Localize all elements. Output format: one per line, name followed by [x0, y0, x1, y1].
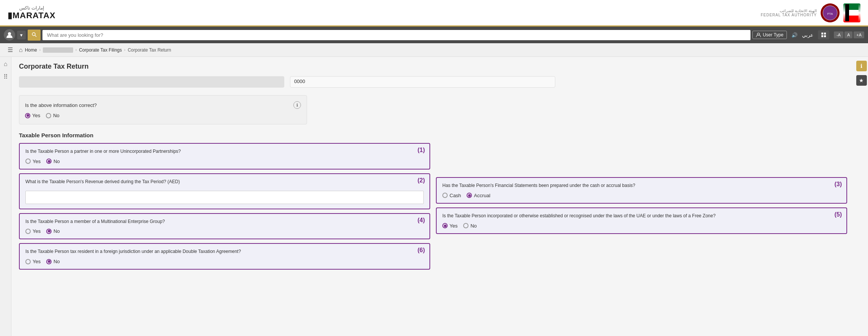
- q1-no-radio[interactable]: [46, 159, 52, 164]
- q1-yes-radio[interactable]: [25, 159, 31, 164]
- taxable-section-title: Taxable Person Information: [19, 132, 847, 138]
- correct-info-header: Is the above information correct? ℹ: [25, 101, 301, 109]
- svg-line-8: [35, 35, 36, 37]
- search-button[interactable]: [28, 30, 41, 41]
- question-3-radio-group: Cash Accrual: [442, 193, 841, 198]
- info-card-left: [19, 76, 284, 88]
- uae-emblem: [843, 3, 860, 22]
- correct-no-radio[interactable]: [46, 113, 51, 118]
- fta-logo-area: الهيئة الاتحادية للضرائب FEDERAL TAX AUT…: [761, 3, 860, 22]
- info-cards: 0000: [19, 76, 847, 88]
- q6-no-radio[interactable]: [46, 259, 52, 264]
- q3-spacer: (3) Has the Taxable Person's Financial S…: [436, 177, 847, 204]
- question-4-number: (4): [417, 217, 425, 224]
- fta-english: FEDERAL TAX AUTHORITY: [761, 13, 817, 17]
- user-type-label: User Type: [763, 32, 783, 38]
- q6-no-label: No: [53, 259, 60, 264]
- breadcrumb-filings[interactable]: Corporate Tax Filings: [79, 47, 122, 53]
- question-5-number: (5): [834, 211, 842, 218]
- svg-rect-13: [824, 35, 826, 37]
- breadcrumb-sep3: ›: [124, 48, 125, 52]
- sound-button[interactable]: 🔊: [791, 32, 797, 38]
- question-5-radio-group: Yes No: [442, 223, 841, 229]
- q5-no-label: No: [470, 223, 477, 229]
- correct-no-option[interactable]: No: [46, 113, 60, 118]
- q5-yes-option[interactable]: Yes: [442, 223, 458, 229]
- question-3-box: (3) Has the Taxable Person's Financial S…: [436, 177, 847, 204]
- question-6-text: Is the Taxable Person tax resident in a …: [25, 248, 424, 255]
- q5-yes-radio[interactable]: [442, 223, 448, 228]
- sidebar-info-button[interactable]: ℹ: [856, 61, 867, 71]
- question-2-text: What is the Taxable Person's Revenue der…: [25, 179, 424, 185]
- question-6-box: (6) Is the Taxable Person tax resident i…: [19, 243, 430, 270]
- q3-cash-label: Cash: [450, 193, 461, 198]
- user-avatar[interactable]: [4, 29, 15, 41]
- q4-yes-radio[interactable]: [25, 229, 31, 234]
- question-4-text: Is the Taxable Person a member of a Mult…: [25, 218, 424, 225]
- svg-text:FTA: FTA: [827, 12, 833, 16]
- question-2-input[interactable]: [25, 191, 424, 204]
- correct-yes-option[interactable]: Yes: [25, 113, 40, 118]
- question-1-box: (1) Is the Taxable Person a partner in o…: [19, 143, 430, 170]
- q6-no-option[interactable]: No: [46, 259, 60, 264]
- questions-container: (1) Is the Taxable Person a partner in o…: [19, 143, 847, 270]
- question-5-box: (5) Is the Taxable Person incorporated o…: [436, 207, 847, 234]
- nav-bar: ▾ User Type 🔊 عربي -A A: [0, 27, 868, 43]
- q3-cash-radio[interactable]: [442, 193, 448, 198]
- question-1-number: (1): [417, 147, 425, 154]
- q4-no-radio[interactable]: [46, 229, 52, 234]
- question-2-number: (2): [417, 177, 425, 184]
- q5-no-radio[interactable]: [463, 223, 468, 228]
- info-card-right: 0000: [290, 76, 555, 88]
- home-sidebar-icon[interactable]: ⌂: [4, 61, 8, 68]
- breadcrumb-sep2: ›: [75, 48, 77, 52]
- main-content: Corporate Tax Return 0000 Is the above i…: [11, 57, 855, 336]
- svg-point-7: [32, 33, 35, 36]
- font-decrease-button[interactable]: -A: [834, 31, 843, 38]
- right-sidebar: ℹ ★: [855, 57, 868, 336]
- user-dropdown[interactable]: ▾: [17, 31, 26, 39]
- q6-yes-label: Yes: [33, 259, 41, 264]
- q6-yes-option[interactable]: Yes: [25, 259, 41, 264]
- q1-no-option[interactable]: No: [46, 159, 60, 164]
- q1-no-label: No: [53, 159, 60, 164]
- menu-icon[interactable]: ☰: [8, 46, 13, 53]
- dark-mode-btn[interactable]: [818, 30, 829, 39]
- page-layout: ⌂ ⠿ Corporate Tax Return 0000 Is the abo…: [0, 57, 868, 336]
- q4-no-option[interactable]: No: [46, 228, 60, 234]
- logo-area: إمارات تاكس ▮MARATAX: [8, 5, 56, 20]
- grid-sidebar-icon[interactable]: ⠿: [3, 73, 8, 80]
- breadcrumb-sep1: ›: [39, 48, 41, 52]
- question-3-text: Has the Taxable Person's Financial State…: [442, 182, 841, 189]
- question-1-radio-group: Yes No: [25, 159, 424, 164]
- q3-cash-option[interactable]: Cash: [442, 193, 461, 198]
- correct-info-btn[interactable]: ℹ: [293, 101, 301, 109]
- question-3-number: (3): [834, 181, 842, 188]
- breadcrumb-home[interactable]: Home: [25, 47, 37, 53]
- top-header: إمارات تاكس ▮MARATAX الهيئة الاتحادية لل…: [0, 0, 868, 27]
- user-type-button[interactable]: User Type: [752, 31, 787, 39]
- svg-point-6: [8, 32, 11, 35]
- q3-accrual-label: Accrual: [474, 193, 490, 198]
- q5-no-option[interactable]: No: [463, 223, 477, 229]
- questions-right-column: (3) Has the Taxable Person's Financial S…: [436, 143, 847, 270]
- font-increase-button[interactable]: +A: [854, 31, 864, 38]
- q3-accrual-option[interactable]: Accrual: [467, 193, 490, 198]
- theme-toggle: [818, 30, 829, 39]
- breadcrumb-bar: ☰ ⌂ Home › › Corporate Tax Filings › Cor…: [0, 43, 868, 57]
- breadcrumb-current: Corporate Tax Return: [128, 47, 171, 53]
- search-input[interactable]: [42, 30, 750, 40]
- arabic-button[interactable]: عربي: [802, 32, 813, 38]
- font-normal-button[interactable]: A: [844, 31, 852, 38]
- q1-yes-label: Yes: [33, 159, 41, 164]
- question-4-box: (4) Is the Taxable Person a member of a …: [19, 213, 430, 240]
- q4-yes-option[interactable]: Yes: [25, 228, 41, 234]
- question-6-radio-group: Yes No: [25, 259, 424, 264]
- sidebar-star-button[interactable]: ★: [856, 75, 867, 86]
- q3-accrual-radio[interactable]: [467, 193, 472, 198]
- fta-emblem: FTA: [821, 3, 840, 22]
- correct-yes-radio[interactable]: [25, 113, 30, 118]
- home-icon[interactable]: ⌂: [19, 47, 23, 53]
- q6-yes-radio[interactable]: [25, 259, 31, 264]
- q1-yes-option[interactable]: Yes: [25, 159, 41, 164]
